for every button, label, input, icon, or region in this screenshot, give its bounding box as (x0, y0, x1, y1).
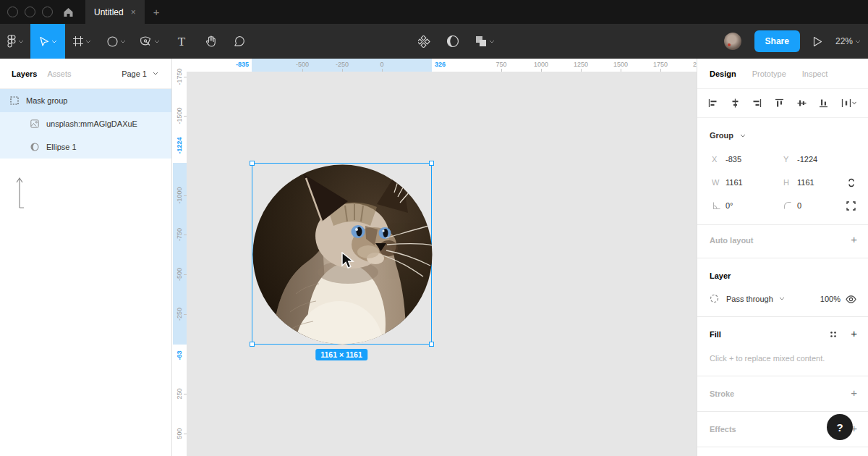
design-panel: Design Prototype Inspect Group X -835 Y … (697, 59, 868, 456)
width-value: 1161 (726, 178, 743, 187)
mouse-cursor (341, 252, 354, 269)
window-control-1[interactable] (7, 7, 18, 17)
zoom-menu[interactable]: 22% (835, 36, 861, 46)
independent-corners-toggle[interactable] (846, 201, 856, 211)
y-position-field[interactable]: Y -1224 (783, 155, 817, 164)
ruler-label: 1750 (653, 61, 668, 68)
align-horizontal-centers-button[interactable] (731, 98, 740, 108)
text-tool-icon: T (178, 35, 185, 48)
selection-size-badge: 1161 × 1161 (315, 349, 367, 360)
create-component-button[interactable] (418, 24, 430, 59)
distribute-menu-button[interactable] (841, 98, 857, 108)
align-bottom-button[interactable] (819, 98, 828, 108)
hand-tool-button[interactable] (196, 24, 225, 59)
width-label: W (712, 178, 719, 187)
resize-handle-top-left[interactable] (250, 161, 255, 166)
text-tool-button[interactable]: T (167, 24, 196, 59)
tab-layers[interactable]: Layers (12, 69, 37, 78)
mask-group-icon (10, 96, 19, 105)
fill-styles-icon[interactable] (830, 331, 837, 338)
window-controls[interactable] (7, 7, 53, 17)
ruler-label: -63 (176, 350, 183, 360)
align-right-button[interactable] (752, 98, 762, 108)
layer-row-image[interactable]: unsplash:mmAGlgDAXuE (0, 112, 171, 135)
pen-tool-button[interactable] (133, 24, 167, 59)
ruler-label: 326 (435, 61, 446, 68)
user-avatar[interactable] (724, 33, 741, 50)
comment-tool-icon (234, 35, 245, 47)
resize-handle-bottom-right[interactable] (429, 342, 434, 347)
present-button[interactable] (813, 24, 822, 59)
ruler-label: 1500 (613, 61, 628, 68)
document-tab[interactable]: Untitled × (85, 0, 145, 24)
add-auto-layout-button[interactable]: + (851, 233, 857, 245)
constrain-proportions-toggle[interactable] (846, 177, 856, 188)
shape-tool-button[interactable] (99, 24, 133, 59)
resize-handle-bottom-left[interactable] (250, 342, 255, 347)
use-as-mask-button[interactable] (446, 24, 459, 59)
layer-row-ellipse[interactable]: Ellipse 1 (0, 135, 171, 159)
tab-design[interactable]: Design (710, 69, 736, 78)
layer-opacity-field[interactable]: 100% (820, 295, 841, 303)
home-icon[interactable] (63, 7, 74, 17)
layer-row-mask-group[interactable]: Mask group (0, 89, 171, 112)
layers-panel: Layers Assets Page 1 Mask group unsplash… (0, 59, 172, 456)
boolean-operations-icon (475, 35, 487, 47)
layer-visibility-toggle[interactable] (846, 295, 856, 303)
page-selector[interactable]: Page 1 (122, 69, 158, 78)
mask-relation-arrow-icon (14, 173, 26, 209)
ruler-label: 250 (176, 388, 183, 399)
canvas[interactable]: 1161 × 1161 -835-500-2500326750100012501… (173, 59, 697, 456)
tab-prototype[interactable]: Prototype (752, 69, 786, 78)
tab-assets[interactable]: Assets (47, 69, 71, 78)
stroke-section-title: Stroke (710, 389, 734, 398)
tab-close-icon[interactable]: × (131, 7, 136, 17)
align-left-button[interactable] (708, 98, 718, 108)
figma-menu-button[interactable] (0, 24, 30, 59)
layers-panel-header: Layers Assets Page 1 (0, 59, 171, 89)
y-value: -1224 (797, 155, 817, 164)
zoom-level: 22% (835, 36, 853, 46)
share-button[interactable]: Share (754, 30, 800, 52)
selection-type-label: Group (710, 131, 733, 140)
window-tab-strip: Untitled × + (0, 0, 868, 24)
layer-name: Mask group (26, 96, 67, 105)
vertical-ruler: -1750-1500-1224-1000-750-500-250-6325050… (173, 72, 187, 456)
add-stroke-button[interactable]: + (851, 387, 857, 399)
tab-inspect[interactable]: Inspect (802, 69, 827, 78)
height-field[interactable]: H 1161 (783, 178, 814, 187)
x-position-field[interactable]: X -835 (712, 155, 741, 164)
ruler-label: -1000 (176, 187, 183, 203)
blend-mode-select[interactable]: Pass through (726, 295, 773, 303)
resize-handle-top-right[interactable] (429, 161, 434, 166)
corner-radius-field[interactable]: 0 (783, 201, 801, 210)
ruler-label: -250 (336, 61, 349, 68)
ruler-label: 500 (176, 428, 183, 439)
boolean-groups-button[interactable] (475, 24, 495, 59)
add-fill-button[interactable]: + (851, 327, 857, 339)
help-button[interactable]: ? (827, 414, 853, 440)
ellipse-mask-layer-icon (30, 143, 39, 151)
mask-icon (446, 35, 459, 48)
ellipse-tool-icon (107, 36, 118, 47)
window-control-2[interactable] (25, 7, 35, 17)
rotation-field[interactable]: 0° (712, 201, 733, 210)
layer-name: unsplash:mmAGlgDAXuE (46, 119, 137, 128)
x-label: X (712, 155, 719, 164)
frame-tool-button[interactable] (65, 24, 99, 59)
ruler-label: 750 (495, 61, 506, 68)
comment-tool-button[interactable] (225, 24, 254, 59)
fill-section-title: Fill (710, 330, 721, 339)
ruler-label: -1500 (176, 107, 183, 124)
align-vertical-centers-button[interactable] (797, 98, 807, 108)
selection-type-header[interactable]: Group (710, 131, 746, 140)
figma-logo-icon (7, 35, 16, 48)
layer-section-title: Layer (710, 271, 731, 280)
align-top-button[interactable] (775, 98, 784, 108)
window-control-3[interactable] (42, 7, 53, 17)
width-field[interactable]: W 1161 (712, 178, 743, 187)
new-tab-button[interactable]: + (153, 6, 160, 18)
blend-mode-icon[interactable] (710, 294, 719, 303)
ruler-label: -750 (176, 228, 183, 241)
move-tool-button[interactable] (30, 24, 65, 59)
